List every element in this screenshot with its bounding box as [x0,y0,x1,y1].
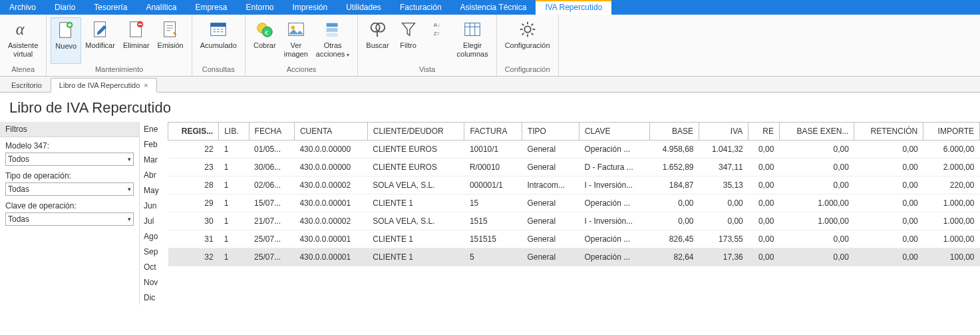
modelo-347-select[interactable]: Todos ▾ [5,153,134,166]
ribbon-group-mantenimiento: NuevoModificarEliminarEmisiónMantenimien… [47,15,192,76]
month-jun[interactable]: Jun [144,201,156,210]
funnel-icon [398,19,419,40]
menu-item-empresa[interactable]: Empresa [186,0,236,15]
cell-tipo: General [522,230,579,248]
month-sep[interactable]: Sep [144,247,158,256]
month-ago[interactable]: Ago [144,232,158,241]
cell-retencion: 0,00 [854,141,923,159]
doc-tab-escritorio[interactable]: Escritorio [3,78,51,92]
col-header-0[interactable]: REGIS... [168,123,219,141]
month-mar[interactable]: Mar [144,155,158,165]
emision-button[interactable]: Emisión [154,17,188,64]
eliminar-button[interactable]: Eliminar [119,17,154,64]
menu-item-entorno[interactable]: Entorno [236,0,283,15]
otras-acciones-button[interactable]: Otrasacciones ▾ [312,17,353,64]
month-abr[interactable]: Abr [144,170,156,180]
table-row[interactable]: 23130/06...430.0.0.00000CLIENTE EUROSR/0… [168,159,980,176]
month-jul[interactable]: Jul [144,216,154,226]
month-dic[interactable]: Dic [144,293,155,302]
cobrar-button[interactable]: €Cobrar [249,17,280,64]
month-nov[interactable]: Nov [144,278,158,287]
close-icon[interactable]: × [144,81,148,89]
nuevo-button[interactable]: Nuevo [51,17,81,64]
col-header-8[interactable]: BASE [649,123,699,141]
filtro-button[interactable]: Filtro [393,17,424,64]
month-ene[interactable]: Ene [144,125,158,134]
col-header-6[interactable]: TIPO [522,123,579,141]
cell-cuenta: 430.0.0.00000 [294,159,367,176]
data-grid[interactable]: REGIS...LIB.FECHACUENTACLIENTE/DEUDORFAC… [168,122,980,266]
modificar-button[interactable]: Modificar [81,17,119,64]
svg-rect-15 [327,28,338,32]
table-row[interactable]: 29115/07...430.0.0.00001CLIENTE 115Gener… [168,194,980,212]
acumulado-button[interactable]: Acumulado [196,17,241,64]
edit-doc-icon [90,19,111,40]
ordenar-button[interactable]: A↓Z↑ [424,17,453,64]
menu-item-archivo[interactable]: Archivo [0,0,45,15]
cell-re: 0,00 [748,176,780,194]
cell-lib: 1 [219,159,249,176]
svg-rect-8 [211,23,226,27]
col-header-10[interactable]: RE [748,123,780,141]
cell-cliente: SOLA VELA, S.L. [367,176,464,194]
menu-item-asistencia-técnica[interactable]: Asistencia Técnica [451,0,536,15]
asistente-virtual-button[interactable]: αAsistentevirtual [4,17,42,64]
cell-importe: 2.000,00 [923,159,980,176]
menu-item-utilidades[interactable]: Utilidades [337,0,391,15]
configuracion-button[interactable]: Configuración [501,17,554,64]
cell-factura: 151515 [464,230,522,248]
main-menubar: ArchivoDiarioTesoreríaAnalíticaEmpresaEn… [0,0,980,15]
month-may[interactable]: May [144,186,159,195]
ribbon-group-configuracion: ConfiguraciónConfiguración [497,15,559,76]
table-row[interactable]: 28102/06...430.0.0.00002SOLA VELA, S.L.0… [168,176,980,194]
col-header-12[interactable]: RETENCIÓN [854,123,923,141]
cell-importe: 1.000,00 [923,230,980,248]
clave-operacion-select[interactable]: Todas ▾ [5,212,134,226]
doc-tab-libro-de-iva-repercutido[interactable]: Libro de IVA Repercutido× [51,78,157,93]
menu-item-impresión[interactable]: Impresión [283,0,337,15]
col-header-13[interactable]: IMPORTE [923,123,980,141]
cell-re: 0,00 [748,159,780,176]
ribbon-group-acciones: €CobrarVerimagenOtrasacciones ▾Acciones [245,15,359,76]
filters-panel: Filtros Modelo 347: Todos ▾ Tipo de oper… [0,122,140,305]
ver-imagen-button[interactable]: Verimagen [280,17,312,64]
menu-item-diario[interactable]: Diario [45,0,84,15]
cell-re: 0,00 [748,194,780,212]
cell-tipo: General [522,212,579,230]
col-header-7[interactable]: CLAVE [579,123,649,141]
table-row[interactable]: 31125/07...430.0.0.00001CLIENTE 1151515G… [168,230,980,248]
col-header-9[interactable]: IVA [699,123,748,141]
table-row[interactable]: 32125/07...430.0.0.00001CLIENTE 15Genera… [168,248,980,266]
cell-tipo: General [522,159,579,176]
cell-retencion: 0,00 [854,194,923,212]
menu-item-facturación[interactable]: Facturación [391,0,451,15]
doc-tab-label: Escritorio [11,81,42,89]
tipo-operacion-select[interactable]: Todas ▾ [5,182,134,196]
menu-item-analítica[interactable]: Analítica [136,0,186,15]
eliminar-label: Eliminar [123,41,150,50]
cell-re: 0,00 [748,212,780,230]
col-header-5[interactable]: FACTURA [464,123,522,141]
new-doc-icon [55,19,77,41]
menu-item-tesorería[interactable]: Tesorería [84,0,136,15]
col-header-2[interactable]: FECHA [249,123,294,141]
buscar-button[interactable]: Buscar [362,17,393,64]
col-header-11[interactable]: BASE EXEN... [779,123,854,141]
col-header-4[interactable]: CLIENTE/DEUDOR [367,123,464,141]
cell-factura: 5 [464,248,522,266]
chevron-down-icon: ▾ [347,52,349,58]
sort-icon: A↓Z↑ [428,19,449,40]
ver-imagen-label: Verimagen [284,41,308,59]
cell-lib: 1 [219,248,249,266]
month-feb[interactable]: Feb [144,140,158,149]
menu-item-iva-repercutido[interactable]: IVA Repercutido [536,0,611,15]
cell-factura: R/00010 [464,159,522,176]
col-header-3[interactable]: CUENTA [294,123,367,141]
table-row[interactable]: 22101/05...430.0.0.00000CLIENTE EUROS100… [168,141,980,159]
cell-cliente: CLIENTE EUROS [367,159,464,176]
elegir-columnas-button[interactable]: Elegircolumnas [453,17,492,64]
table-row[interactable]: 30121/07...430.0.0.00002SOLA VELA, S.L.1… [168,212,980,230]
col-header-1[interactable]: LIB. [219,123,249,141]
month-oct[interactable]: Oct [144,262,156,272]
cell-regis: 28 [168,176,219,194]
